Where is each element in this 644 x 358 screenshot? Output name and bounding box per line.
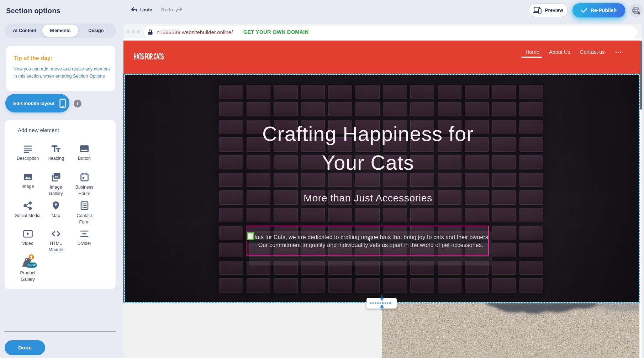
- svg-text:SHOP: SHOP: [27, 264, 36, 267]
